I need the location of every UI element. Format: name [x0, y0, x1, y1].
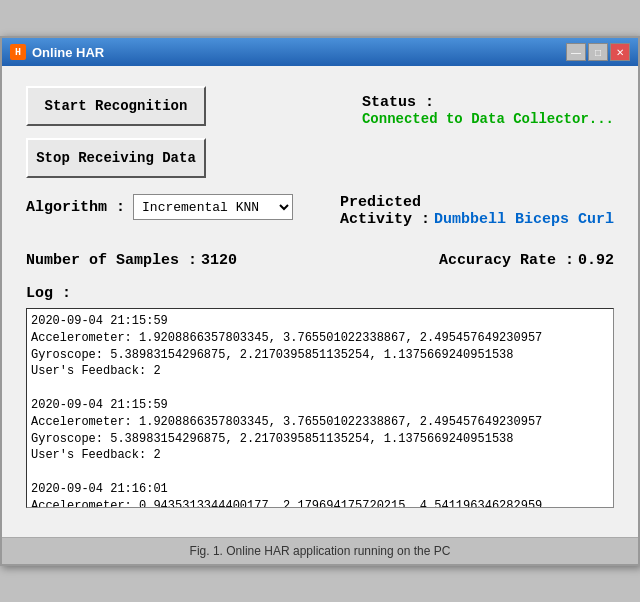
start-recognition-button[interactable]: Start Recognition [26, 86, 206, 126]
predicted-title: Predicted [340, 194, 614, 211]
log-label: Log : [26, 285, 614, 302]
main-content: Start Recognition Stop Receiving Data St… [2, 66, 638, 537]
stop-receiving-data-button[interactable]: Stop Receiving Data [26, 138, 206, 178]
log-section: Log : [26, 285, 614, 513]
middle-section: Number of Samples : 3120 Accuracy Rate :… [26, 252, 614, 269]
title-controls: — □ ✕ [566, 43, 630, 61]
accuracy-section: Accuracy Rate : 0.92 [439, 252, 614, 269]
log-textarea[interactable] [26, 308, 614, 508]
buttons-section: Start Recognition Stop Receiving Data [26, 86, 206, 178]
accuracy-value: 0.92 [578, 252, 614, 269]
algo-row: Algorithm : Incremental KNNSVMDecision T… [26, 194, 614, 236]
algorithm-section: Algorithm : Incremental KNNSVMDecision T… [26, 194, 293, 220]
figure-caption: Fig. 1. Online HAR application running o… [2, 537, 638, 564]
predicted-section: Predicted Activity : Dumbbell Biceps Cur… [340, 194, 614, 228]
algorithm-select[interactable]: Incremental KNNSVMDecision TreeRandom Fo… [133, 194, 293, 220]
caption-text: Fig. 1. Online HAR application running o… [190, 544, 451, 558]
title-bar: H Online HAR — □ ✕ [2, 38, 638, 66]
close-button[interactable]: ✕ [610, 43, 630, 61]
minimize-button[interactable]: — [566, 43, 586, 61]
title-bar-left: H Online HAR [10, 44, 104, 60]
samples-value: 3120 [201, 252, 237, 269]
activity-label: Activity : [340, 211, 430, 228]
status-section: Status : Connected to Data Collector... [362, 86, 614, 127]
algorithm-label: Algorithm : [26, 199, 125, 216]
activity-value: Dumbbell Biceps Curl [434, 211, 614, 228]
application-window: H Online HAR — □ ✕ Start Recognition Sto… [0, 36, 640, 566]
status-label: Status : [362, 94, 614, 111]
top-section: Start Recognition Stop Receiving Data St… [26, 86, 614, 178]
samples-section: Number of Samples : 3120 [26, 252, 237, 269]
window-title: Online HAR [32, 45, 104, 60]
maximize-button[interactable]: □ [588, 43, 608, 61]
predicted-activity-line: Activity : Dumbbell Biceps Curl [340, 211, 614, 228]
accuracy-label: Accuracy Rate : [439, 252, 574, 269]
app-icon: H [10, 44, 26, 60]
samples-label: Number of Samples : [26, 252, 197, 269]
status-value: Connected to Data Collector... [362, 111, 614, 127]
